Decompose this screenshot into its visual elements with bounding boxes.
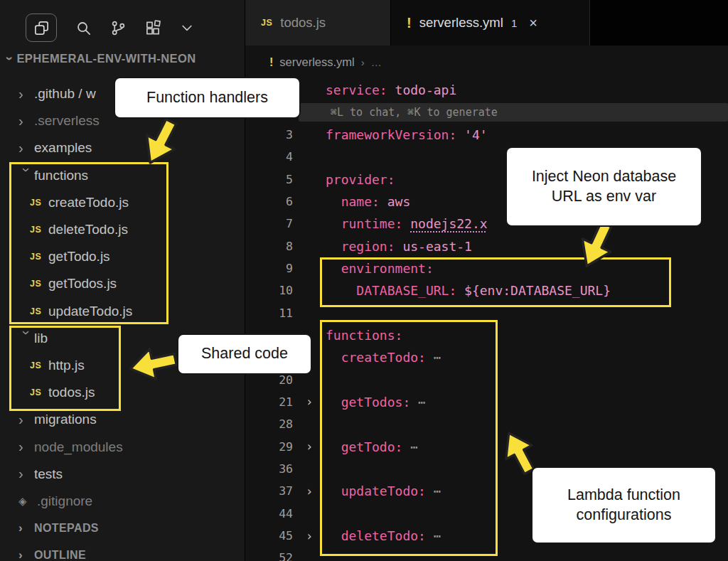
tab-bar: JS todos.js ! serverless.yml 1 × xyxy=(245,0,728,46)
tree-item-deletetodo-js[interactable]: JSdeleteTodo.js xyxy=(0,216,245,243)
line-number: 37 xyxy=(245,484,293,498)
tree-item-label: http.js xyxy=(48,358,85,373)
chevron-right-icon: › xyxy=(18,521,34,535)
tree-item-node-modules[interactable]: ›node_modules xyxy=(0,433,245,460)
yaml-warning-icon: ! xyxy=(269,56,273,69)
code-line-row: 28 xyxy=(245,413,728,435)
line-number: 20 xyxy=(245,373,293,387)
chevron-right-icon: › xyxy=(18,412,34,428)
code-line-row: 8 region: us-east-1 xyxy=(245,235,728,257)
sidebar-section-notepads[interactable]: ›NOTEPADS xyxy=(0,515,245,542)
breadcrumb-more[interactable]: … xyxy=(371,56,382,68)
tree-item-label: migrations xyxy=(34,412,97,427)
callout-function-handlers: Function handlers xyxy=(114,77,301,119)
code-line-row: createTodo: ⋯ xyxy=(245,346,728,368)
tree-item-label: node_modules xyxy=(34,439,123,455)
modified-badge: 1 xyxy=(511,17,517,29)
code-line[interactable]: region: us-east-1 xyxy=(326,239,472,254)
tree-item-todos-js[interactable]: JStodos.js xyxy=(0,379,245,406)
extensions-icon[interactable] xyxy=(145,20,161,36)
chevron-right-icon: › xyxy=(18,86,34,102)
code-line[interactable]: name: aws xyxy=(326,194,410,209)
chevron-down-icon[interactable] xyxy=(180,21,194,35)
code-line[interactable]: frameworkVersion: '4' xyxy=(326,127,488,142)
tree-item-updatetodo-js[interactable]: JSupdateTodo.js xyxy=(0,298,245,325)
line-number: 52 xyxy=(245,551,293,561)
js-file-icon: JS xyxy=(261,18,272,28)
code-line[interactable]: deleteTodo: ⋯ xyxy=(326,528,441,543)
callout-lambda-config: Lambda function configurations xyxy=(531,466,717,544)
js-file-icon: JS xyxy=(30,306,48,316)
tree-item-functions[interactable]: ›functions xyxy=(0,162,245,189)
tree-item-label: examples xyxy=(34,140,92,156)
tree-item-tests[interactable]: ›tests xyxy=(0,461,245,488)
tree-item-label: getTodo.js xyxy=(48,249,110,265)
search-icon[interactable] xyxy=(75,20,92,36)
ai-hint-bar[interactable]: ⌘L to chat, ⌘K to generate xyxy=(299,103,728,122)
line-number: 28 xyxy=(245,417,293,431)
code-line-row: 11 xyxy=(245,301,728,324)
tree-item-label: deleteTodo.js xyxy=(48,222,128,237)
line-number: 7 xyxy=(245,217,293,230)
tree-item-migrations[interactable]: ›migrations xyxy=(0,406,245,433)
js-file-icon: JS xyxy=(30,360,48,370)
code-line[interactable]: service: todo-api xyxy=(326,82,456,97)
tree-item-gettodos-js[interactable]: JSgetTodos.js xyxy=(0,270,245,297)
code-line[interactable]: updateTodo: ⋯ xyxy=(326,483,441,498)
code-line-row: 10 DATABASE_URL: ${env:DATABASE_URL} xyxy=(245,279,728,301)
chevron-right-icon: › xyxy=(18,466,34,482)
line-number: 8 xyxy=(245,240,293,253)
chevron-right-icon: › xyxy=(361,56,365,68)
js-file-icon: JS xyxy=(30,279,48,289)
tree-item-examples[interactable]: ›examples xyxy=(0,134,245,161)
line-number: 9 xyxy=(245,262,293,275)
code-line[interactable]: getTodo: ⋯ xyxy=(326,439,418,454)
code-line[interactable]: getTodos: ⋯ xyxy=(326,395,426,410)
chevron-right-icon: › xyxy=(18,113,34,129)
code-line[interactable]: provider: xyxy=(326,172,395,187)
explorer-icon[interactable] xyxy=(26,14,57,42)
line-number: 21 xyxy=(245,395,293,409)
code-line-row: functions: xyxy=(245,324,728,346)
breadcrumb-file: serverless.yml xyxy=(279,55,354,69)
code-line-row: 21› getTodos: ⋯ xyxy=(245,391,728,413)
tree-item-label: getTodos.js xyxy=(48,276,117,292)
code-line-row: 20 xyxy=(245,368,728,390)
code-line[interactable]: runtime: nodejs22.x xyxy=(326,216,488,231)
fold-chevron-icon[interactable]: › xyxy=(293,439,326,454)
fold-chevron-icon[interactable]: › xyxy=(293,395,326,409)
fold-chevron-icon[interactable]: › xyxy=(293,529,326,543)
breadcrumb[interactable]: ! serverless.yml › … xyxy=(245,46,728,79)
fold-chevron-icon[interactable]: › xyxy=(293,484,326,498)
line-number: 29 xyxy=(245,440,293,454)
js-file-icon: JS xyxy=(30,252,48,262)
js-file-icon: JS xyxy=(30,198,48,208)
code-line[interactable]: environment: xyxy=(326,261,434,276)
source-control-icon[interactable] xyxy=(110,20,127,36)
close-tab-icon[interactable]: × xyxy=(529,15,537,31)
tree-item-label: .serverless xyxy=(34,113,100,129)
tree-item-createtodo-js[interactable]: JScreateTodo.js xyxy=(0,189,245,216)
sidebar-section-outline[interactable]: ›OUTLINE xyxy=(0,542,245,561)
tree-item-gettodo-js[interactable]: JSgetTodo.js xyxy=(0,243,245,270)
explorer-root-folder[interactable]: › EPHEMERAL-ENV-WITH-NEON xyxy=(0,46,245,71)
tab-todos-js[interactable]: JS todos.js xyxy=(245,0,391,46)
tree-item-gitignore[interactable]: ◈.gitignore xyxy=(0,488,245,515)
tab-serverless-yml[interactable]: ! serverless.yml 1 × xyxy=(391,0,590,46)
root-folder-label: EPHEMERAL-ENV-WITH-NEON xyxy=(16,52,196,65)
code-line[interactable]: createTodo: ⋯ xyxy=(326,350,441,365)
chevron-right-icon: › xyxy=(18,140,34,156)
tree-item-label: tests xyxy=(34,466,63,482)
tree-item-label: createTodo.js xyxy=(48,195,129,210)
section-label: OUTLINE xyxy=(34,549,86,561)
line-number: 45 xyxy=(245,529,293,543)
code-line[interactable]: DATABASE_URL: ${env:DATABASE_URL} xyxy=(326,283,611,298)
tree-item-label: lib xyxy=(34,331,48,346)
chevron-down-icon: › xyxy=(18,168,35,183)
code-line[interactable]: functions: xyxy=(326,328,402,343)
tree-item-label: functions xyxy=(34,168,88,183)
code-line-row: 29› getTodo: ⋯ xyxy=(245,436,728,458)
gitignore-file-icon: ◈ xyxy=(18,495,37,508)
tab-label: serverless.yml xyxy=(419,15,503,31)
callout-inject-env: Inject Neon database URL as env var xyxy=(505,146,702,227)
